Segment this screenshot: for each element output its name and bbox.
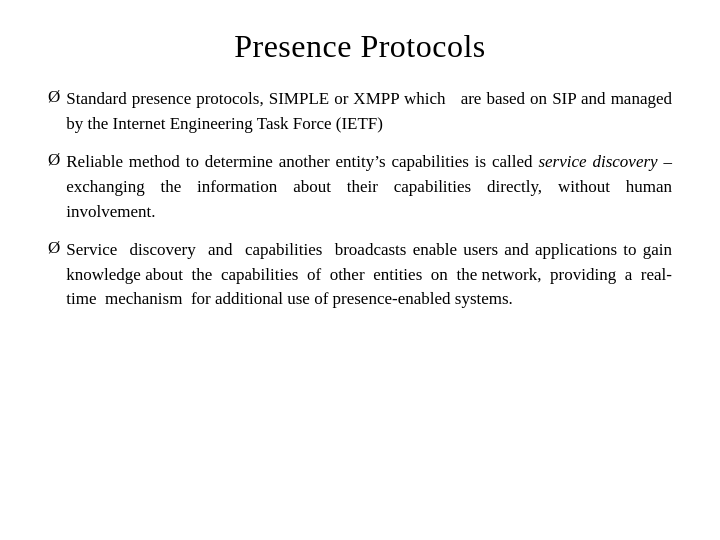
bullet-symbol-1: Ø — [48, 87, 60, 107]
bullet-item-2: Ø Reliable method to determine another e… — [48, 150, 672, 224]
bullet-text-2: Reliable method to determine another ent… — [66, 150, 672, 224]
italic-text-service-discovery: service discovery — [538, 152, 657, 171]
bullet-text-1: Standard presence protocols, SIMPLE or X… — [66, 87, 672, 136]
page-title: Presence Protocols — [234, 28, 486, 65]
bullet-symbol-2: Ø — [48, 150, 60, 170]
bullet-item-3: Ø Service discovery and capabilities bro… — [48, 238, 672, 312]
content-area: Ø Standard presence protocols, SIMPLE or… — [48, 87, 672, 312]
bullet-symbol-3: Ø — [48, 238, 60, 258]
bullet-text-3: Service discovery and capabilities broad… — [66, 238, 672, 312]
bullet-item-1: Ø Standard presence protocols, SIMPLE or… — [48, 87, 672, 136]
